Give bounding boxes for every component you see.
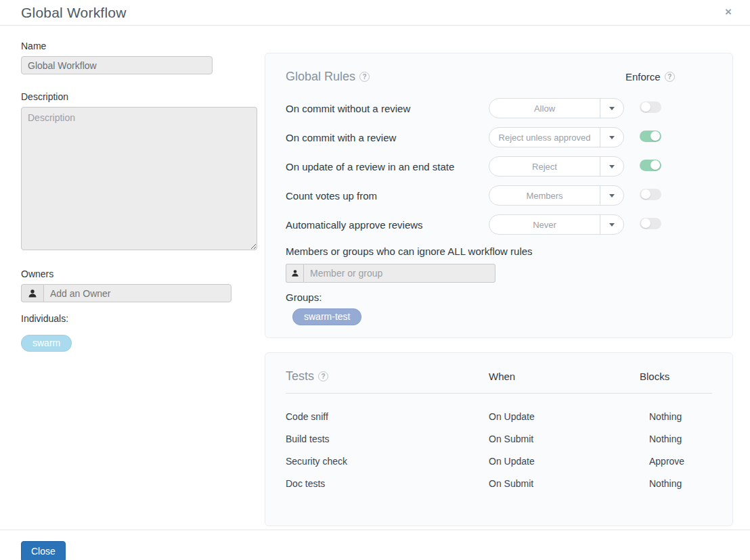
rule-row-update-end-state: On update of a review in an end state Re…: [286, 156, 712, 177]
rule-select-value: Reject unless approved: [489, 128, 600, 147]
chevron-down-icon[interactable]: [600, 99, 623, 118]
rule-select-value: Reject: [489, 157, 600, 176]
rule-row-commit-with-review: On commit with a review Reject unless ap…: [286, 127, 712, 147]
rule-label: On commit with a review: [286, 132, 489, 143]
enforce-header: Enforce ?: [624, 71, 712, 83]
test-name: Security check: [286, 456, 489, 467]
blocks-column-header: Blocks: [624, 371, 712, 382]
rule-select-commit-with-review[interactable]: Reject unless approved: [489, 127, 624, 147]
rule-label: On update of a review in an end state: [286, 161, 489, 172]
test-blocks: Nothing: [624, 411, 712, 422]
rule-select-update-end-state[interactable]: Reject: [489, 156, 624, 177]
rule-select-auto-approve[interactable]: Never: [489, 214, 624, 235]
test-name: Build tests: [286, 434, 489, 444]
global-rules-title: Global Rules ?: [286, 70, 624, 84]
table-row: Code sniff On Update Nothing: [286, 405, 712, 427]
rule-select-value: Members: [489, 186, 600, 205]
test-blocks: Nothing: [624, 434, 712, 444]
dialog-body: Name Description Owners Individuals: swa…: [0, 26, 750, 526]
enforce-label: Enforce: [625, 71, 661, 83]
add-owner-input[interactable]: [43, 284, 231, 302]
workflow-dialog: Global Workflow × Name Description Owner…: [0, 0, 750, 560]
description-label: Description: [21, 91, 257, 102]
person-icon: [286, 264, 303, 283]
individual-tag: swarm: [21, 335, 72, 352]
name-label: Name: [21, 41, 257, 51]
tests-help-icon[interactable]: ?: [318, 371, 328, 381]
group-tag: swarm-test: [292, 308, 361, 325]
chevron-down-icon[interactable]: [600, 157, 623, 176]
chevron-down-icon[interactable]: [600, 186, 623, 205]
test-when: On Submit: [489, 478, 624, 489]
workflow-form: Name Description Owners Individuals: swa…: [21, 41, 257, 526]
tests-panel: Tests ? When Blocks Code sniff On Update…: [265, 352, 733, 526]
table-row: Doc tests On Submit Nothing: [286, 472, 712, 494]
chevron-down-icon[interactable]: [600, 128, 623, 147]
name-input[interactable]: [21, 56, 213, 74]
enforce-toggle[interactable]: [640, 160, 661, 171]
rule-row-commit-without-review: On commit without a review Allow: [286, 98, 712, 118]
table-row: Build tests On Submit Nothing: [286, 427, 712, 450]
tests-title: Tests ?: [286, 369, 489, 383]
test-name: Code sniff: [286, 411, 489, 422]
member-input-group: [286, 264, 712, 283]
rule-row-count-votes: Count votes up from Members: [286, 185, 712, 206]
description-textarea[interactable]: [21, 107, 257, 250]
test-blocks: Approve: [624, 456, 712, 467]
global-rules-help-icon[interactable]: ?: [359, 72, 370, 82]
rule-select-value: Never: [489, 215, 600, 234]
close-button[interactable]: Close: [21, 541, 66, 560]
test-when: On Update: [489, 456, 624, 467]
dialog-footer: Close: [0, 530, 750, 560]
enforce-toggle[interactable]: [640, 131, 661, 142]
tests-header-divider: [286, 393, 712, 394]
global-rules-panel: Global Rules ? Enforce ? On commit witho…: [265, 53, 733, 338]
tests-table: Code sniff On Update Nothing Build tests…: [286, 405, 712, 494]
test-when: On Submit: [489, 434, 624, 444]
dialog-header: Global Workflow ×: [0, 0, 750, 26]
table-row: Security check On Update Approve: [286, 450, 712, 472]
groups-label: Groups:: [286, 291, 712, 303]
enforce-toggle[interactable]: [640, 189, 661, 200]
rule-select-count-votes[interactable]: Members: [489, 185, 624, 206]
rule-row-auto-approve: Automatically approve reviews Never: [286, 214, 712, 235]
rule-select-commit-without-review[interactable]: Allow: [489, 98, 624, 118]
enforce-toggle[interactable]: [640, 218, 661, 229]
rule-label: Automatically approve reviews: [286, 219, 489, 231]
test-blocks: Nothing: [624, 478, 712, 489]
tests-header: Tests ? When Blocks: [286, 369, 712, 383]
enforce-toggle[interactable]: [640, 101, 661, 113]
when-column-header: When: [489, 371, 624, 382]
tests-title-text: Tests: [286, 369, 314, 383]
test-when: On Update: [489, 411, 624, 422]
rule-label: On commit without a review: [286, 103, 489, 114]
rule-select-value: Allow: [489, 99, 600, 118]
enforce-help-icon[interactable]: ?: [665, 72, 675, 82]
page-title: Global Workflow: [21, 0, 750, 21]
global-rules-title-text: Global Rules: [286, 70, 355, 84]
close-icon[interactable]: ×: [725, 5, 732, 19]
individuals-label: Individuals:: [21, 313, 257, 324]
owners-label: Owners: [21, 269, 257, 279]
member-or-group-input[interactable]: [303, 264, 495, 283]
global-rules-header: Global Rules ? Enforce ?: [286, 70, 712, 84]
workflow-settings: Global Rules ? Enforce ? On commit witho…: [265, 41, 733, 526]
test-name: Doc tests: [286, 478, 489, 489]
owners-input-group: [21, 284, 257, 302]
ignore-rules-label: Members or groups who can ignore ALL wor…: [286, 246, 712, 257]
rule-label: Count votes up from: [286, 190, 489, 202]
chevron-down-icon[interactable]: [600, 215, 623, 234]
person-icon: [21, 284, 43, 302]
